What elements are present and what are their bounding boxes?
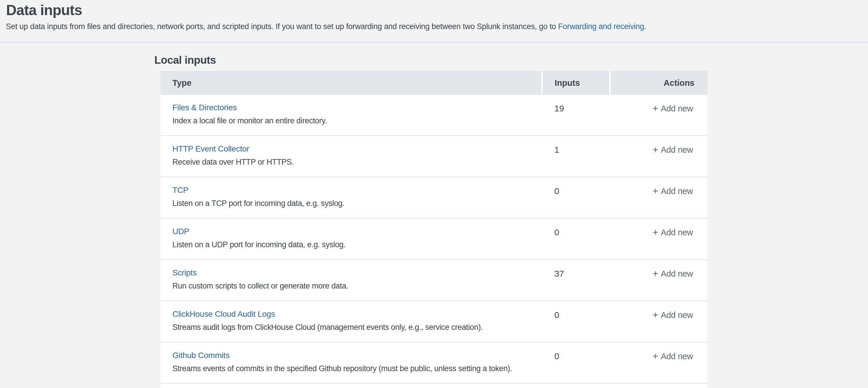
input-type-link[interactable]: Scripts: [173, 268, 196, 278]
table-body: Files & Directories Index a local file o…: [160, 95, 707, 384]
inputs-count: 37: [543, 260, 611, 300]
page-title: Data inputs: [6, 2, 82, 19]
forwarding-receiving-link[interactable]: Forwarding and receiving: [558, 22, 644, 31]
column-header-type: Type: [160, 71, 541, 95]
add-new-button[interactable]: + Add new: [653, 268, 693, 279]
table-row: TCP Listen on a TCP port for incoming da…: [160, 177, 707, 219]
page-subtitle: Set up data inputs from files and direct…: [6, 22, 646, 31]
table-row: UDP Listen on a UDP port for incoming da…: [160, 219, 707, 260]
table-row: HTTP Event Collector Receive data over H…: [160, 136, 707, 177]
input-type-description: Streams events of commits in the specifi…: [173, 364, 543, 373]
input-type-link[interactable]: HTTP Event Collector: [173, 144, 249, 154]
inputs-count: 0: [543, 177, 611, 218]
input-type-link[interactable]: TCP: [173, 185, 188, 195]
plus-icon: +: [653, 103, 658, 114]
add-new-label: Add new: [661, 310, 693, 320]
add-new-button[interactable]: + Add new: [653, 309, 693, 320]
type-cell: Github Commits Streams events of commits…: [160, 342, 543, 383]
input-type-description: Listen on a TCP port for incoming data, …: [173, 199, 543, 208]
input-type-description: Listen on a UDP port for incoming data, …: [173, 240, 543, 249]
inputs-count: 0: [543, 301, 611, 342]
table-row: Files & Directories Index a local file o…: [160, 95, 707, 136]
actions-cell: + Add new: [611, 260, 707, 300]
add-new-button[interactable]: + Add new: [653, 103, 693, 114]
actions-cell: + Add new: [611, 342, 707, 383]
input-type-link[interactable]: Github Commits: [173, 351, 230, 360]
add-new-label: Add new: [661, 228, 693, 237]
add-new-button[interactable]: + Add new: [653, 185, 693, 196]
page-subtitle-text: Set up data inputs from files and direct…: [6, 22, 558, 31]
input-type-description: Streams audit logs from ClickHouse Cloud…: [173, 323, 543, 332]
input-type-link[interactable]: ClickHouse Cloud Audit Logs: [173, 309, 275, 319]
input-type-link[interactable]: Files & Directories: [173, 103, 237, 113]
add-new-button[interactable]: + Add new: [653, 227, 693, 238]
type-cell: ClickHouse Cloud Audit Logs Streams audi…: [160, 301, 543, 342]
type-cell: HTTP Event Collector Receive data over H…: [160, 136, 543, 177]
actions-cell: + Add new: [611, 301, 707, 342]
inputs-count: 0: [543, 219, 611, 259]
add-new-label: Add new: [661, 186, 693, 196]
add-new-button[interactable]: + Add new: [653, 144, 693, 155]
table-row: Scripts Run custom scripts to collect or…: [160, 260, 707, 301]
page-header: Data inputs Set up data inputs from file…: [0, 0, 868, 43]
plus-icon: +: [653, 351, 658, 362]
plus-icon: +: [653, 144, 658, 155]
column-header-inputs: Inputs: [543, 71, 609, 95]
type-cell: Files & Directories Index a local file o…: [160, 95, 543, 135]
column-header-actions: Actions: [611, 71, 707, 95]
add-new-label: Add new: [661, 145, 693, 155]
add-new-label: Add new: [661, 352, 693, 361]
add-new-label: Add new: [661, 269, 693, 279]
input-type-description: Run custom scripts to collect or generat…: [173, 281, 543, 291]
type-cell: UDP Listen on a UDP port for incoming da…: [160, 219, 543, 259]
section-title: Local inputs: [154, 54, 216, 66]
inputs-count: 0: [543, 342, 611, 383]
add-new-label: Add new: [661, 104, 693, 113]
type-cell: TCP Listen on a TCP port for incoming da…: [160, 177, 543, 218]
plus-icon: +: [653, 227, 658, 238]
plus-icon: +: [653, 185, 658, 197]
input-type-description: Receive data over HTTP or HTTPS.: [173, 157, 543, 167]
actions-cell: + Add new: [611, 219, 707, 259]
plus-icon: +: [653, 309, 658, 321]
plus-icon: +: [653, 268, 658, 279]
local-inputs-table: Type Inputs Actions Files & Directories …: [160, 71, 707, 388]
inputs-count: 1: [543, 136, 611, 177]
add-new-button[interactable]: + Add new: [653, 351, 693, 361]
page-subtitle-period: .: [644, 22, 646, 31]
data-inputs-page: { "header": { "title": "Data inputs", "d…: [0, 0, 868, 388]
table-row: ClickHouse Cloud Audit Logs Streams audi…: [160, 301, 707, 342]
actions-cell: + Add new: [611, 136, 707, 177]
table-header-row: Type Inputs Actions: [160, 71, 707, 95]
actions-cell: + Add new: [611, 95, 707, 135]
type-cell: Scripts Run custom scripts to collect or…: [160, 260, 543, 300]
input-type-description: Index a local file or monitor an entire …: [173, 116, 543, 125]
inputs-count: 19: [543, 95, 611, 135]
actions-cell: + Add new: [611, 177, 707, 218]
input-type-link[interactable]: UDP: [173, 227, 189, 236]
table-row: Github Commits Streams events of commits…: [160, 342, 707, 384]
